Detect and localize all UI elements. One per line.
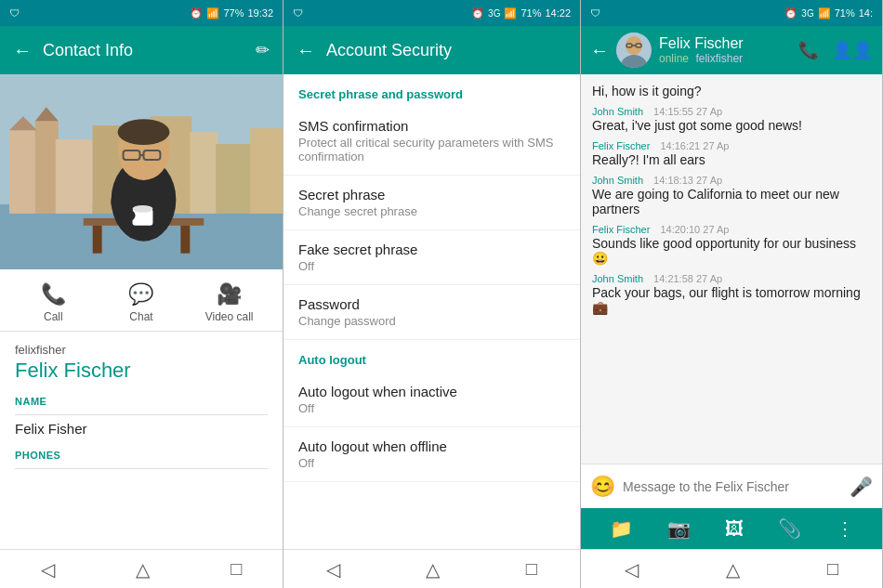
sms-sub: Protect all critical security parameters…: [298, 136, 565, 163]
mic-icon[interactable]: 🎤: [850, 476, 873, 498]
secret-phrase-header: Secret phrase and password: [283, 74, 580, 107]
bottom-nav-1: ◁ △ □: [0, 549, 283, 588]
attach-icon[interactable]: 📎: [778, 517, 801, 540]
recent-nav-icon-3[interactable]: □: [827, 558, 838, 580]
auto-offline-title: Auto logout when offline: [298, 438, 565, 454]
msg-text-1: Great, i've just got some good news!: [592, 118, 871, 133]
bottom-nav-3: ◁ △ □: [581, 549, 882, 588]
time-label-1: 19:32: [247, 7, 273, 19]
contact-info-panel: 🛡 ⏰ 📶 77% 19:32 ← Contact Info ✏: [0, 0, 283, 588]
auto-logout-inactive-item[interactable]: Auto logout when inactive Off: [283, 372, 580, 427]
username-label: felixfisher: [15, 343, 268, 357]
chat-panel: 🛡 ⏰ 3G 📶 71% 14: ← Felix Fischer on: [581, 0, 883, 588]
top-bar-1: ← Contact Info ✏: [0, 26, 283, 74]
back-button-3[interactable]: ←: [590, 40, 609, 61]
auto-inactive-sub: Off: [298, 401, 565, 415]
status-bar-1: 🛡 ⏰ 📶 77% 19:32: [0, 0, 283, 26]
status-left-3: 🛡: [590, 7, 600, 19]
camera-icon[interactable]: 📷: [667, 517, 691, 540]
back-nav-icon-1[interactable]: ◁: [41, 558, 55, 581]
msg-time-3: 14:18:13 27 Ap: [653, 175, 722, 186]
auto-offline-sub: Off: [298, 456, 565, 470]
recent-nav-icon-2[interactable]: □: [526, 558, 537, 580]
contact-username: felixfisher: [695, 52, 743, 65]
alarm-icon-2: ⏰: [471, 7, 484, 20]
back-button-1[interactable]: ←: [13, 40, 32, 61]
video-action[interactable]: 🎥 Video call: [197, 282, 262, 323]
edit-icon-1[interactable]: ✏: [256, 40, 270, 60]
chat-contact-name: Felix Fischer: [659, 35, 791, 52]
svg-point-18: [118, 119, 170, 145]
phones-divider: [15, 468, 268, 469]
sms-confirmation-item[interactable]: SMS confirmation Protect all critical se…: [283, 107, 580, 176]
status-bar-2: 🛡 ⏰ 3G 📶 71% 14:22: [283, 0, 580, 26]
auto-logout-header: Auto logout: [283, 340, 580, 372]
shield-icon-1: 🛡: [9, 7, 20, 19]
status-right-1: ⏰ 📶 77% 19:32: [190, 7, 273, 20]
back-nav-icon-2[interactable]: ◁: [326, 558, 340, 581]
message-0: Hi, how is it going?: [592, 84, 871, 98]
name-section-label: NAME: [15, 396, 268, 407]
top-bar-2: ← Account Security: [283, 26, 580, 74]
back-button-2[interactable]: ←: [297, 40, 315, 61]
status-left-1: 🛡: [9, 7, 20, 19]
password-title: Password: [298, 296, 565, 312]
message-5: John Smith 14:21:58 27 Ap Pack your bags…: [592, 273, 871, 315]
msg-text-0: Hi, how is it going?: [592, 84, 871, 98]
name-value: Felix Fisher: [15, 421, 268, 437]
sms-title: SMS confirmation: [298, 118, 565, 134]
call-icon: 📞: [41, 282, 66, 307]
password-sub: Change password: [298, 314, 565, 328]
emoji-icon[interactable]: 😊: [590, 475, 615, 499]
secret-phrase-title: Secret phrase: [298, 187, 565, 203]
recent-nav-icon-1[interactable]: □: [231, 558, 242, 580]
msg-meta-1: John Smith 14:15:55 27 Ap: [592, 106, 871, 117]
image-icon[interactable]: 🖼: [725, 518, 744, 540]
fake-secret-phrase-item[interactable]: Fake secret phrase Off: [283, 230, 580, 285]
more-icon-3[interactable]: 👤👤: [832, 40, 873, 60]
contact-name-big: Felix Fischer: [15, 359, 268, 383]
msg-meta-4: Felix Fischer 14:20:10 27 Ap: [592, 224, 871, 235]
chat-action[interactable]: 💬 Chat: [109, 282, 174, 323]
battery-label-2: 71%: [521, 7, 541, 19]
home-nav-icon-3[interactable]: △: [726, 558, 740, 581]
svg-rect-8: [190, 132, 217, 214]
svg-rect-3: [35, 121, 59, 214]
password-item[interactable]: Password Change password: [283, 285, 580, 340]
svg-rect-10: [250, 128, 283, 214]
msg-time-4: 14:20:10 27 Ap: [660, 224, 729, 235]
more-options-icon[interactable]: ⋮: [836, 517, 854, 540]
svg-rect-9: [216, 144, 253, 214]
auto-logout-offline-item[interactable]: Auto logout when offline Off: [283, 427, 580, 482]
contact-avatar[interactable]: [616, 33, 652, 68]
message-input[interactable]: [623, 479, 842, 494]
folder-icon[interactable]: 📁: [610, 517, 633, 540]
contact-photo: [0, 74, 283, 269]
msg-sender-1: John Smith: [592, 106, 643, 117]
auto-inactive-title: Auto logout when inactive: [298, 384, 565, 399]
chat-contact-status: online felixfisher: [659, 52, 791, 65]
msg-text-3: We are going to California to meet our n…: [592, 187, 871, 216]
status-left-2: 🛡: [293, 7, 303, 19]
call-action[interactable]: 📞 Call: [20, 282, 86, 323]
phone-icon-3[interactable]: 📞: [798, 40, 819, 60]
battery-label-1: 77%: [223, 7, 244, 19]
fake-secret-title: Fake secret phrase: [298, 242, 565, 257]
message-3: John Smith 14:18:13 27 Ap We are going t…: [592, 175, 871, 216]
call-label: Call: [44, 310, 63, 323]
msg-time-2: 14:16:21 27 Ap: [660, 140, 729, 151]
back-nav-icon-3[interactable]: ◁: [625, 558, 639, 581]
status-right-2: ⏰ 3G 📶 71% 14:22: [471, 7, 571, 20]
page-title-2: Account Security: [326, 41, 567, 60]
msg-time-1: 14:15:55 27 Ap: [653, 106, 722, 117]
secret-phrase-item[interactable]: Secret phrase Change secret phrase: [283, 176, 580, 230]
home-nav-icon-2[interactable]: △: [426, 558, 440, 581]
msg-text-5: Pack your bags, our flight is tomorrow m…: [592, 285, 871, 315]
chat-contact-info: Felix Fischer online felixfisher: [659, 35, 791, 65]
3g-icon-2: 3G: [488, 8, 500, 19]
chat-messages: Hi, how is it going? John Smith 14:15:55…: [581, 74, 882, 464]
page-title-1: Contact Info: [43, 41, 244, 60]
msg-meta-2: Felix Fischer 14:16:21 27 Ap: [592, 140, 871, 151]
home-nav-icon-1[interactable]: △: [136, 558, 150, 581]
msg-sender-3: John Smith: [592, 175, 643, 186]
